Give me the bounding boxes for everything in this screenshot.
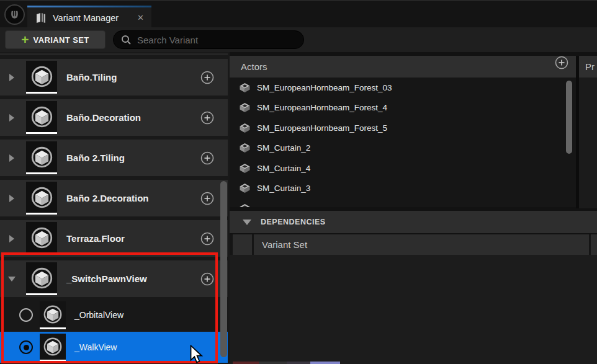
cube-icon	[30, 267, 53, 290]
expand-arrow-icon[interactable]	[0, 195, 24, 202]
collapse-arrow-icon	[243, 220, 251, 225]
variant-set-row[interactable]: Baño.Decoration	[0, 99, 228, 136]
search-input[interactable]	[137, 35, 280, 45]
properties-panel-header: Pr	[579, 56, 597, 78]
add-variant-button[interactable]	[200, 272, 214, 286]
radio-unchecked-icon[interactable]	[19, 308, 33, 322]
column-header-variant-partial[interactable]: V	[591, 234, 597, 255]
variant-row-walkview-selected[interactable]: _WalkView	[0, 332, 228, 363]
actors-title: Actors	[241, 61, 267, 72]
variant-set-label: _SwitchPawnView	[66, 273, 147, 284]
clipped-row-sliver	[0, 53, 228, 55]
variant-thumbnail	[40, 334, 66, 362]
thumbnail-underline	[26, 92, 57, 94]
variant-set-label: Baño 2.Decoration	[66, 193, 149, 203]
actor-name: SM_EuropeanHornbeam_Forest_4	[257, 103, 387, 112]
cube-icon	[30, 105, 53, 128]
actor-name: SM_Curtain_3	[257, 184, 310, 193]
variant-set-row[interactable]: Terraza.Floor	[0, 220, 228, 257]
static-mesh-icon	[239, 183, 251, 193]
static-mesh-icon	[239, 203, 251, 207]
expand-arrow-icon[interactable]	[0, 235, 24, 242]
add-variant-set-button[interactable]: + VARIANT SET	[5, 30, 105, 49]
variant-set-row[interactable]: Baño 2.Decoration	[0, 180, 228, 216]
variant-set-label: Baño.Decoration	[66, 112, 141, 123]
dependencies-table-body	[230, 255, 597, 364]
tab-variant-manager[interactable]: Variant Manager ✕	[27, 6, 151, 28]
cube-icon	[30, 186, 53, 209]
actor-name: SM_EuropeanHornbeam_Forest_5	[257, 123, 387, 133]
background-window-sliver	[310, 362, 340, 364]
variant-set-thumbnail	[26, 61, 57, 94]
dependencies-section-header[interactable]: DEPENDENCIES	[230, 211, 597, 233]
background-window-sliver	[287, 362, 310, 364]
dependencies-table-header: Variant Set V	[230, 234, 597, 255]
add-variant-button[interactable]	[200, 232, 214, 246]
collapse-arrow-icon[interactable]	[0, 277, 24, 282]
cube-icon	[43, 304, 63, 324]
variant-list-scrollbar[interactable]	[220, 181, 227, 357]
column-spacer	[233, 234, 252, 255]
variant-set-row[interactable]: Baño.Tiling	[0, 59, 228, 95]
actor-row[interactable]: SM_EuropeanHornbeam_Forest_03	[230, 78, 576, 98]
tab-close-icon[interactable]: ✕	[136, 13, 145, 22]
variant-label: _WalkView	[74, 342, 117, 352]
static-mesh-icon	[239, 123, 251, 133]
actor-name: SM_Curtain_4	[257, 164, 310, 173]
properties-title-partial: Pr	[585, 61, 595, 72]
actor-row[interactable]: SM_Curtain_3	[230, 179, 576, 199]
variant-row-orbitalview[interactable]: _OrbitalView	[0, 300, 228, 331]
actor-name: SM_Curtain_2	[257, 143, 310, 153]
add-actor-button[interactable]	[555, 56, 568, 69]
cube-icon	[43, 337, 63, 357]
thumbnail-underline	[40, 360, 66, 362]
actor-row[interactable]: SM_EuropeanHornbeam_Forest_5	[230, 118, 576, 138]
search-icon	[121, 35, 132, 45]
add-variant-button[interactable]	[200, 111, 214, 125]
actors-panel-header: Actors	[230, 56, 576, 78]
properties-panel-body	[579, 78, 597, 208]
add-variant-button[interactable]	[200, 71, 214, 84]
variant-set-row-switchpawnview[interactable]: _SwitchPawnView	[0, 260, 228, 297]
actor-name: SM_EuropeanHornbeam_Forest_03	[257, 83, 392, 92]
variant-manager-window: Variant Manager ✕ + VARIANT SET	[0, 0, 597, 364]
actor-row[interactable]: SM_EuropeanHornbeam_Forest_4	[230, 98, 576, 118]
variant-set-row[interactable]: Baño 2.Tiling	[0, 140, 228, 176]
tab-title: Variant Manager	[53, 13, 119, 23]
cube-icon	[30, 146, 53, 169]
thumbnail-underline	[26, 293, 57, 295]
variant-set-thumbnail	[26, 222, 57, 255]
unreal-engine-logo-icon[interactable]	[4, 4, 25, 25]
right-panels: Actors SM_EuropeanHornbeam_Forest_03	[230, 52, 597, 364]
column-header-label: Variant Set	[262, 239, 307, 250]
radio-checked-icon[interactable]	[19, 340, 33, 354]
variant-set-thumbnail	[26, 101, 57, 134]
static-mesh-icon	[239, 102, 251, 113]
static-mesh-icon	[239, 163, 251, 174]
column-header-variant-set[interactable]: Variant Set	[254, 234, 589, 255]
actors-list-scrollbar[interactable]	[566, 81, 572, 154]
actor-row-partial[interactable]	[230, 198, 576, 207]
add-variant-button[interactable]	[200, 192, 214, 205]
static-mesh-icon	[239, 143, 251, 153]
variant-set-label: Baño.Tiling	[66, 72, 117, 82]
variant-set-label: Baño 2.Tiling	[66, 153, 125, 163]
add-variant-button[interactable]	[200, 151, 214, 165]
variant-set-thumbnail	[26, 141, 57, 174]
search-variant-field[interactable]	[113, 30, 304, 49]
thumbnail-underline	[40, 327, 66, 329]
variant-set-thumbnail	[26, 262, 57, 295]
actor-row[interactable]: SM_Curtain_2	[230, 138, 576, 159]
thumbnail-underline	[26, 132, 57, 134]
variant-manager-icon	[35, 12, 47, 24]
expand-arrow-icon[interactable]	[0, 114, 24, 122]
static-mesh-icon	[239, 82, 251, 93]
expand-arrow-icon[interactable]	[0, 154, 24, 162]
thumbnail-underline	[26, 213, 57, 215]
expand-arrow-icon[interactable]	[0, 74, 24, 81]
actor-row[interactable]: SM_Curtain_4	[230, 158, 576, 179]
variant-thumbnail	[40, 301, 66, 329]
toolbar: + VARIANT SET	[0, 27, 597, 52]
actors-list: SM_EuropeanHornbeam_Forest_03 SM_Europea…	[230, 78, 576, 207]
background-window-sliver	[259, 362, 287, 364]
